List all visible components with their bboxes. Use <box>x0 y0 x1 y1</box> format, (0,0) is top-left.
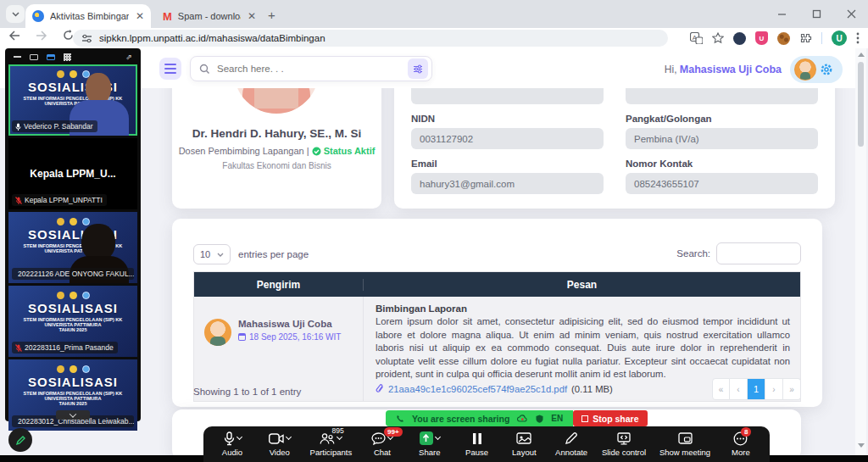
video-tile-ade-onyong[interactable]: SOSIALISASI STEM INFORMASI PENGELOLAAN (… <box>8 212 137 283</box>
hamburger-menu-button[interactable] <box>159 58 181 80</box>
chevron-up-icon[interactable] <box>435 434 441 440</box>
logo-icon <box>57 218 64 225</box>
new-tab-button[interactable]: + <box>268 8 275 22</box>
search-filter-button[interactable] <box>408 58 428 79</box>
browser-tab-strip: Aktivitas Bimbingan | SIP KKN ✕ M Spam -… <box>0 0 868 28</box>
screen-sharing-banner: You are screen sharing EN <box>386 410 573 426</box>
chrome-profile-avatar[interactable]: U <box>832 31 847 46</box>
scroll-down-icon[interactable] <box>858 443 865 448</box>
user-avatar[interactable] <box>794 58 816 81</box>
page-scrollbar[interactable] <box>855 48 866 456</box>
layout-icon <box>516 432 531 444</box>
scrollbar-thumb[interactable] <box>858 62 864 147</box>
slide-control-button[interactable]: Slide control <box>602 431 646 457</box>
sender-avatar <box>204 319 231 346</box>
search-icon <box>199 64 210 75</box>
user-menu[interactable] <box>790 56 843 83</box>
tab-list-chevron-button[interactable] <box>6 5 25 23</box>
address-bar[interactable]: sipkkn.lppm.unpatti.ac.id/mahasiswa/data… <box>73 30 668 47</box>
chevron-up-icon[interactable] <box>236 434 242 440</box>
share-button[interactable]: Share <box>413 431 447 457</box>
participants-button[interactable]: 895 Participants <box>310 431 353 457</box>
video-button[interactable]: Video <box>263 431 297 457</box>
ublock-shield-icon[interactable]: U <box>755 31 768 45</box>
stop-icon <box>581 415 588 422</box>
stop-share-button[interactable]: Stop share <box>573 410 647 426</box>
cloud-recording-icon[interactable] <box>517 415 528 422</box>
window-close-icon[interactable] <box>847 9 856 19</box>
show-meeting-icon <box>678 432 693 444</box>
search-input[interactable] <box>217 64 401 74</box>
scroll-up-icon[interactable] <box>858 53 865 57</box>
audio-button[interactable]: Audio <box>215 431 249 457</box>
annotate-floating-button[interactable] <box>8 428 32 452</box>
message-subject: Bimbingan Laporan <box>376 303 790 314</box>
site-settings-icon[interactable] <box>81 34 92 43</box>
panel-collapse-button[interactable] <box>56 410 90 420</box>
user-name: Mahasiswa Uji Coba <box>680 64 782 75</box>
logo-icon <box>57 292 64 299</box>
language-indicator[interactable]: EN <box>551 414 563 423</box>
mic-muted-icon <box>15 197 22 204</box>
table-row: Mahasiswa Uji Coba 18 Sep 2025, 16:16 WI… <box>194 297 800 401</box>
paperclip-icon <box>376 384 384 394</box>
translate-icon[interactable]: A <box>690 32 703 44</box>
pagination-first-button[interactable]: « <box>712 378 730 400</box>
attachment-link[interactable]: 21aaa49c1e1c96025cef574f9ae25c1d.pdf <box>388 384 567 394</box>
participant-label: Vederico P. Sabandar <box>12 120 97 132</box>
pagination-last-button[interactable]: » <box>783 378 801 400</box>
slide-line: TAHUN 2025 <box>8 401 137 406</box>
tab-close-icon[interactable]: ✕ <box>136 10 144 22</box>
video-tile-vederico[interactable]: SOSIALISASI STEM INFORMASI PENGELOLAAN (… <box>8 64 137 136</box>
bookmark-star-icon[interactable] <box>712 32 724 44</box>
window-minimize-icon[interactable] <box>777 9 787 19</box>
video-tile-christabella[interactable]: SOSIALISASI STEM INFORMASI PENGELOLAAN (… <box>8 359 137 431</box>
extensions-puzzle-icon[interactable] <box>799 32 812 45</box>
page-size-select[interactable]: 10 <box>193 244 231 264</box>
reload-icon[interactable] <box>63 30 74 41</box>
divider <box>821 32 822 44</box>
panel-expand-icon[interactable]: ⇗ <box>125 53 132 61</box>
field-label: Nomor Kontak <box>626 159 818 169</box>
more-button[interactable]: 8 More <box>724 431 758 457</box>
tab-close-icon[interactable]: ✕ <box>248 10 256 22</box>
forward-icon[interactable] <box>36 31 47 41</box>
message-date: 18 Sep 2025, 16:16 WIT <box>238 332 341 342</box>
pagination-prev-button[interactable]: ‹ <box>730 378 748 400</box>
chevron-up-icon[interactable] <box>286 434 292 440</box>
video-tile-kepala-lppm[interactable]: Kepala LPPM_U... Kepala LPPM_UNPATTI <box>8 138 137 209</box>
layout-button[interactable]: Layout <box>507 431 541 457</box>
chrome-menu-icon[interactable] <box>856 32 860 44</box>
settings-gear-icon[interactable] <box>820 63 833 76</box>
logo-icon <box>82 365 90 373</box>
table-search-input[interactable] <box>716 242 801 264</box>
participants-count-badge: 895 <box>332 426 344 435</box>
chat-button[interactable]: 99+ Chat <box>365 431 399 457</box>
logo-icon <box>57 70 64 78</box>
dosen-name: Dr. Hendri D. Hahury, SE., M. Si <box>172 127 381 140</box>
pause-button[interactable]: Pause <box>460 431 494 457</box>
video-tile-prima[interactable]: SOSIALISASI STEM INFORMASI PENGELOLAAN (… <box>8 286 137 357</box>
view-gallery-icon[interactable] <box>64 53 71 61</box>
extension-dark-icon[interactable] <box>733 32 746 45</box>
view-strip-icon-active[interactable] <box>47 54 55 60</box>
tab-aktivitas-bimbingan[interactable]: Aktivitas Bimbingan | SIP KKN ✕ <box>25 4 151 28</box>
logo-icon <box>82 292 90 299</box>
chevron-up-icon[interactable] <box>337 434 342 440</box>
table-search-label: Search: <box>676 248 710 259</box>
annotate-button[interactable]: Annotate <box>554 431 588 457</box>
show-meeting-button[interactable]: Show meeting <box>659 431 710 457</box>
logo-icon <box>57 365 64 373</box>
window-maximize-icon[interactable] <box>812 9 821 19</box>
field-input-email: hahury31@gmail.com <box>411 173 604 194</box>
tab-gmail-spam[interactable]: M Spam - downloaduntuk28@gm ✕ <box>156 4 263 28</box>
app-search-bar[interactable] <box>190 56 432 81</box>
cookie-extension-icon[interactable] <box>777 32 790 45</box>
pagination-next-button[interactable]: › <box>765 378 783 400</box>
pagination-page-1-button[interactable]: 1 <box>748 378 765 400</box>
panel-minimize-icon[interactable] <box>14 56 21 58</box>
view-speaker-icon[interactable] <box>30 54 38 60</box>
back-icon[interactable] <box>8 31 20 41</box>
security-shield-icon[interactable] <box>536 415 543 423</box>
pagination: « ‹ 1 › » <box>712 378 801 400</box>
